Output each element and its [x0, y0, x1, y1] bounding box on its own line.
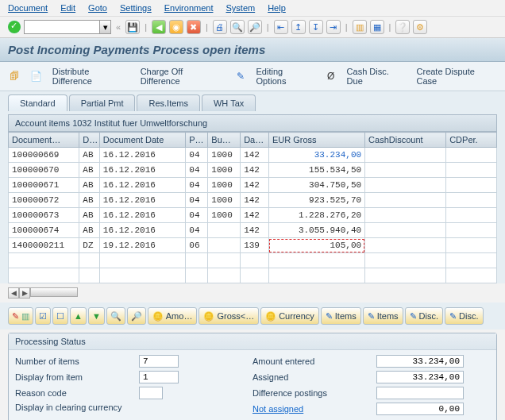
table-row[interactable]: 100000669AB16.12.201604100014233.234,00	[9, 148, 497, 163]
menu-goto[interactable]: Goto	[88, 3, 107, 13]
table-row[interactable]: 1400000211DZ19.12.201606139105,00	[9, 238, 497, 253]
cell-busarea[interactable]: 1000	[208, 148, 241, 163]
cell-cdper[interactable]	[446, 163, 497, 178]
command-field[interactable]: ▾	[24, 20, 111, 34]
menu-help[interactable]: Help	[268, 3, 286, 13]
cell-cdper[interactable]	[446, 178, 497, 193]
cell-postkey[interactable]: 04	[186, 148, 208, 163]
cell-date[interactable]: 16.12.2016	[99, 193, 185, 208]
print-icon[interactable]: 🖨	[213, 20, 227, 34]
scroll-right-icon[interactable]: ▶	[19, 287, 30, 299]
number-of-items-field[interactable]	[139, 355, 179, 368]
cell-days[interactable]: 142	[241, 193, 269, 208]
cell-gross[interactable]: 105,00	[268, 238, 364, 253]
find-next-button[interactable]: 🔎	[127, 307, 146, 325]
scroll-thumb[interactable]	[30, 287, 78, 297]
help-icon[interactable]: ❔	[395, 20, 410, 34]
cell-document[interactable]: 100000670	[9, 163, 79, 178]
save-icon[interactable]: 💾	[125, 20, 140, 34]
cell-cashdisc[interactable]	[365, 193, 446, 208]
cell-gross[interactable]: 155.534,50	[268, 163, 364, 178]
tab-partial-pmt[interactable]: Partial Pmt	[69, 94, 136, 111]
cell-document[interactable]: 1400000211	[9, 238, 79, 253]
amount-button[interactable]: 🪙Amo…	[148, 307, 198, 325]
col-days[interactable]: Da…	[241, 133, 269, 148]
cell-days[interactable]: 139	[241, 238, 269, 253]
reason-code-field[interactable]	[139, 387, 163, 399]
cell-cdper[interactable]	[446, 148, 497, 163]
disc-activate-button[interactable]: ✎Disc.	[405, 307, 443, 325]
cell-cdper[interactable]	[446, 208, 497, 223]
tab-wh-tax[interactable]: WH Tax	[202, 94, 256, 111]
display-from-item-field[interactable]	[139, 371, 179, 383]
cell-cashdisc[interactable]	[365, 208, 446, 223]
items-deactivate-button[interactable]: ✎Items	[363, 307, 403, 325]
cell-doctype[interactable]: DZ	[79, 238, 100, 253]
col-doctype[interactable]: D…	[79, 133, 100, 148]
table-row[interactable]: 100000672AB16.12.2016041000142923.525,70	[9, 193, 497, 208]
cell-date[interactable]: 16.12.2016	[99, 178, 185, 193]
create-dispute-case-button[interactable]: Create Dispute Case	[417, 67, 497, 86]
gross-button[interactable]: 🪙Gross<…	[199, 307, 259, 325]
editing-options-button[interactable]: Editing Options	[256, 67, 315, 86]
cell-doctype[interactable]: AB	[79, 148, 100, 163]
find-next-icon[interactable]: 🔎	[248, 20, 262, 34]
col-cashdisc[interactable]: CashDiscount	[365, 133, 446, 148]
cell-cashdisc[interactable]	[365, 178, 446, 193]
choose-icon[interactable]: 🗐	[8, 70, 21, 83]
cell-gross[interactable]: 1.228.276,20	[268, 208, 364, 223]
horizontal-scrollbar[interactable]: ◀ ▶	[8, 287, 497, 299]
cell-busarea[interactable]	[208, 223, 241, 238]
cell-date[interactable]: 16.12.2016	[99, 148, 185, 163]
cell-gross[interactable]: 923.525,70	[268, 193, 364, 208]
not-assigned-link[interactable]: Not assigned	[252, 404, 372, 414]
cell-document[interactable]: 100000669	[9, 148, 79, 163]
distribute-difference-button[interactable]: Distribute Difference	[52, 67, 131, 86]
cell-postkey[interactable]: 04	[186, 193, 208, 208]
cell-cashdisc[interactable]	[365, 223, 446, 238]
sort-desc-button[interactable]: ▼	[88, 307, 105, 325]
cell-postkey[interactable]: 06	[186, 238, 208, 253]
cell-busarea[interactable]: 1000	[208, 178, 241, 193]
cell-busarea[interactable]: 1000	[208, 208, 241, 223]
menu-edit[interactable]: Edit	[60, 3, 75, 13]
cell-document[interactable]: 100000671	[9, 178, 79, 193]
col-gross[interactable]: EUR Gross	[268, 133, 364, 148]
table-row[interactable]: 100000671AB16.12.2016041000142304.750,50	[9, 178, 497, 193]
cell-cashdisc[interactable]	[365, 238, 446, 253]
table-row[interactable]: 100000673AB16.12.20160410001421.228.276,…	[9, 208, 497, 223]
prev-page-icon[interactable]: ↥	[291, 20, 306, 34]
next-page-icon[interactable]: ↧	[309, 20, 323, 34]
cell-date[interactable]: 16.12.2016	[99, 208, 185, 223]
col-postkey[interactable]: P…	[186, 133, 208, 148]
cell-cdper[interactable]	[446, 223, 497, 238]
cell-doctype[interactable]: AB	[79, 178, 100, 193]
find-button[interactable]: 🔍	[106, 307, 125, 325]
cell-days[interactable]: 142	[241, 148, 269, 163]
items-activate-button[interactable]: ✎Items	[321, 307, 361, 325]
overview-icon[interactable]: 📄	[30, 70, 43, 83]
first-page-icon[interactable]: ⇤	[274, 20, 288, 34]
menu-settings[interactable]: Settings	[120, 3, 152, 13]
command-dropdown-icon[interactable]: ▾	[99, 21, 110, 33]
cell-busarea[interactable]	[208, 238, 241, 253]
cell-document[interactable]: 100000672	[9, 193, 79, 208]
cell-doctype[interactable]: AB	[79, 223, 100, 238]
cell-date[interactable]: 19.12.2016	[99, 238, 185, 253]
select-all-button[interactable]: ☑	[35, 307, 51, 325]
table-row[interactable]: 100000674AB16.12.2016041423.055.940,40	[9, 223, 497, 238]
charge-off-difference-button[interactable]: Charge Off Difference	[141, 67, 225, 86]
scroll-left-icon[interactable]: ◀	[8, 287, 19, 299]
cell-cashdisc[interactable]	[365, 148, 446, 163]
cell-days[interactable]: 142	[241, 208, 269, 223]
cell-cashdisc[interactable]	[365, 163, 446, 178]
cell-date[interactable]: 16.12.2016	[99, 163, 185, 178]
sort-asc-button[interactable]: ▲	[70, 307, 87, 325]
cell-gross[interactable]: 3.055.940,40	[268, 223, 364, 238]
disc-deactivate-button[interactable]: ✎Disc.	[445, 307, 483, 325]
edit-button[interactable]: ✎▥	[8, 307, 33, 325]
menu-system[interactable]: System	[226, 3, 255, 13]
cash-disc-due-button[interactable]: Cash Disc. Due	[347, 67, 407, 86]
cell-busarea[interactable]: 1000	[208, 193, 241, 208]
cell-document[interactable]: 100000674	[9, 223, 79, 238]
